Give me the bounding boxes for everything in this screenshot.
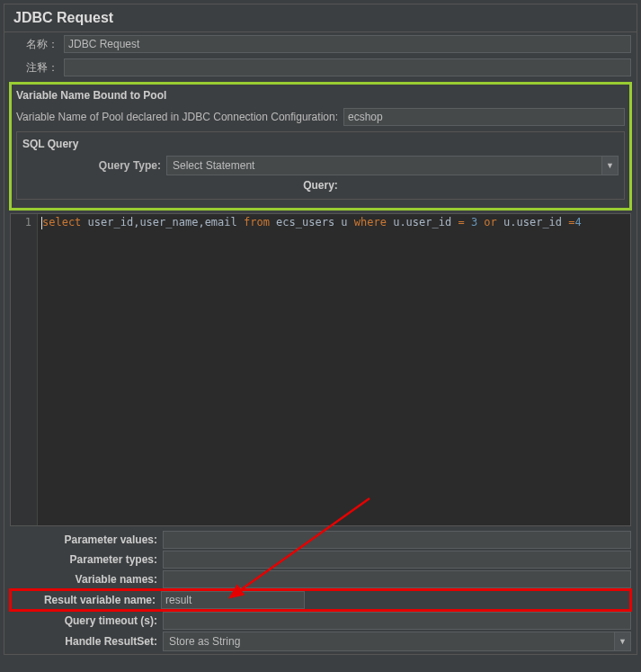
code-content[interactable]: select user_id,user_name,email from ecs_…	[38, 214, 630, 525]
handle-resultset-value: Store as String	[164, 635, 614, 648]
sql-legend: SQL Query	[22, 136, 619, 154]
chevron-down-icon: ▼	[601, 157, 618, 175]
jdbc-request-panel: JDBC Request 名称： 注释： Variable Name Bound…	[4, 4, 637, 655]
code-gutter: 1	[11, 214, 38, 525]
parameter-values-row: Parameter values:	[10, 530, 631, 550]
code-line: select user_id,user_name,email from ecs_…	[41, 216, 627, 229]
query-timeout-row: Query timeout (s):	[10, 611, 631, 631]
parameter-types-input[interactable]	[163, 551, 631, 569]
variable-names-input[interactable]	[163, 570, 631, 588]
name-row: 名称：	[4, 32, 637, 56]
query-timeout-label: Query timeout (s):	[10, 614, 163, 627]
variable-names-row: Variable names:	[10, 569, 631, 589]
name-input[interactable]	[64, 35, 631, 53]
params-section: Parameter values: Parameter types: Varia…	[10, 530, 631, 652]
parameter-values-label: Parameter values:	[10, 533, 163, 546]
handle-resultset-dropdown[interactable]: Store as String ▼	[163, 632, 631, 651]
pool-row: Variable Name of Pool declared in JDBC C…	[16, 105, 625, 131]
pool-legend: Variable Name Bound to Pool	[16, 87, 625, 105]
pool-input[interactable]	[343, 108, 625, 126]
result-variable-input[interactable]	[161, 591, 305, 609]
comment-input[interactable]	[64, 58, 631, 76]
chevron-down-icon: ▼	[614, 632, 630, 650]
parameter-values-input[interactable]	[163, 531, 631, 549]
comment-label: 注释：	[10, 60, 64, 76]
panel-title: JDBC Request	[4, 4, 637, 32]
query-type-value: Select Statement	[167, 159, 601, 172]
query-timeout-input[interactable]	[163, 612, 631, 630]
query-type-row: Query Type: Select Statement ▼	[22, 154, 619, 177]
parameter-types-row: Parameter types:	[10, 550, 631, 569]
pool-and-query-highlight: Variable Name Bound to Pool Variable Nam…	[10, 83, 631, 210]
line-number: 1	[11, 216, 31, 228]
comment-row: 注释：	[4, 56, 637, 79]
handle-resultset-label: Handle ResultSet:	[10, 635, 163, 648]
variable-names-label: Variable names:	[10, 573, 163, 586]
sql-query-fieldset: SQL Query Query Type: Select Statement ▼…	[16, 131, 625, 200]
query-type-label: Query Type:	[22, 159, 166, 172]
query-type-dropdown[interactable]: Select Statement ▼	[166, 156, 619, 175]
query-header: Query:	[22, 177, 619, 193]
sql-code-editor[interactable]: 1 select user_id,user_name,email from ec…	[10, 213, 631, 526]
name-label: 名称：	[10, 37, 64, 52]
result-variable-row: Result variable name:	[10, 589, 631, 611]
handle-resultset-row: Handle ResultSet: Store as String ▼	[10, 631, 631, 652]
result-variable-label: Result variable name:	[12, 594, 161, 606]
pool-label: Variable Name of Pool declared in JDBC C…	[16, 111, 343, 123]
parameter-types-label: Parameter types:	[10, 553, 163, 566]
